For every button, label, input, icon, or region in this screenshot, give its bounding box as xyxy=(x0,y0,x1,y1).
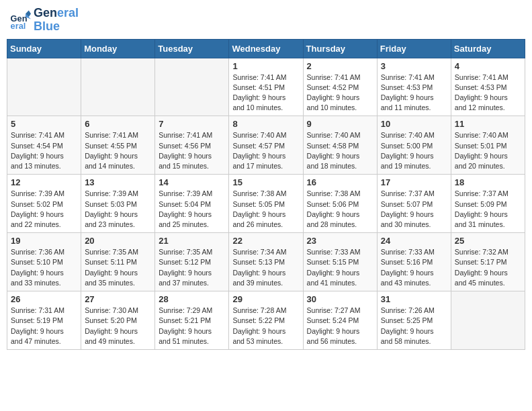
sunset: Sunset: 5:09 PM xyxy=(455,200,507,208)
day-number: 2 xyxy=(307,61,373,71)
sunrise: Sunrise: 7:39 AM xyxy=(85,189,138,197)
sunset: Sunset: 5:02 PM xyxy=(11,200,63,208)
sunset: Sunset: 5:04 PM xyxy=(159,200,211,208)
calendar-cell: 27 Sunrise: 7:30 AM Sunset: 5:20 PM Dayl… xyxy=(81,291,155,350)
sunset: Sunset: 5:20 PM xyxy=(85,316,137,324)
sunrise: Sunrise: 7:40 AM xyxy=(232,131,286,139)
calendar-cell xyxy=(155,58,229,116)
day-info: Sunrise: 7:33 AM Sunset: 5:15 PM Dayligh… xyxy=(307,247,373,288)
day-info: Sunrise: 7:38 AM Sunset: 5:05 PM Dayligh… xyxy=(232,189,299,230)
day-number: 18 xyxy=(455,177,521,187)
sunrise: Sunrise: 7:33 AM xyxy=(381,248,435,256)
day-number: 1 xyxy=(232,61,299,71)
calendar-week-row: 26 Sunrise: 7:31 AM Sunset: 5:19 PM Dayl… xyxy=(7,291,525,350)
day-number: 22 xyxy=(232,236,299,246)
calendar-cell: 9 Sunrise: 7:40 AM Sunset: 4:58 PM Dayli… xyxy=(303,116,377,175)
day-number: 21 xyxy=(159,236,225,246)
day-number: 27 xyxy=(85,294,151,304)
sunrise: Sunrise: 7:40 AM xyxy=(455,131,508,139)
calendar-cell: 18 Sunrise: 7:37 AM Sunset: 5:09 PM Dayl… xyxy=(451,175,525,233)
day-info: Sunrise: 7:31 AM Sunset: 5:19 PM Dayligh… xyxy=(11,306,77,347)
sunset: Sunset: 5:00 PM xyxy=(381,142,433,150)
sunrise: Sunrise: 7:29 AM xyxy=(159,306,212,314)
sunrise: Sunrise: 7:41 AM xyxy=(11,131,64,139)
logo: Gen eral GeneralBlue xyxy=(9,7,79,34)
day-info: Sunrise: 7:39 AM Sunset: 5:02 PM Dayligh… xyxy=(11,189,77,230)
daylight: Daylight: 9 hours and 37 minutes. xyxy=(159,269,212,287)
calendar-cell: 24 Sunrise: 7:33 AM Sunset: 5:16 PM Dayl… xyxy=(377,233,451,291)
calendar-cell: 15 Sunrise: 7:38 AM Sunset: 5:05 PM Dayl… xyxy=(229,175,303,233)
day-info: Sunrise: 7:36 AM Sunset: 5:10 PM Dayligh… xyxy=(11,247,77,288)
day-info: Sunrise: 7:41 AM Sunset: 4:53 PM Dayligh… xyxy=(455,73,521,113)
sunset: Sunset: 4:54 PM xyxy=(11,142,63,150)
day-info: Sunrise: 7:30 AM Sunset: 5:20 PM Dayligh… xyxy=(85,306,151,347)
daylight: Daylight: 9 hours and 56 minutes. xyxy=(307,327,360,345)
calendar-cell: 7 Sunrise: 7:41 AM Sunset: 4:56 PM Dayli… xyxy=(155,116,229,175)
sunrise: Sunrise: 7:36 AM xyxy=(11,248,64,256)
weekday-header-row: SundayMondayTuesdayWednesdayThursdayFrid… xyxy=(7,39,525,58)
calendar-cell: 12 Sunrise: 7:39 AM Sunset: 5:02 PM Dayl… xyxy=(7,175,81,233)
svg-text:eral: eral xyxy=(11,21,26,31)
day-number: 9 xyxy=(307,119,373,129)
daylight: Daylight: 9 hours and 15 minutes. xyxy=(159,152,212,170)
daylight: Daylight: 9 hours and 12 minutes. xyxy=(455,93,508,111)
daylight: Daylight: 9 hours and 39 minutes. xyxy=(232,269,285,287)
daylight: Daylight: 9 hours and 11 minutes. xyxy=(381,93,434,111)
daylight: Daylight: 9 hours and 19 minutes. xyxy=(381,152,434,170)
daylight: Daylight: 9 hours and 47 minutes. xyxy=(11,327,64,345)
calendar-cell: 1 Sunrise: 7:41 AM Sunset: 4:51 PM Dayli… xyxy=(229,58,303,116)
sunset: Sunset: 5:21 PM xyxy=(159,316,211,324)
daylight: Daylight: 9 hours and 58 minutes. xyxy=(381,327,434,345)
sunset: Sunset: 5:10 PM xyxy=(11,258,63,266)
day-number: 12 xyxy=(11,177,77,187)
daylight: Daylight: 9 hours and 17 minutes. xyxy=(232,152,285,170)
sunset: Sunset: 4:51 PM xyxy=(232,83,285,91)
weekday-header-friday: Friday xyxy=(377,39,451,58)
day-info: Sunrise: 7:26 AM Sunset: 5:25 PM Dayligh… xyxy=(381,306,447,347)
calendar-cell xyxy=(81,58,155,116)
sunrise: Sunrise: 7:28 AM xyxy=(232,306,286,314)
day-number: 15 xyxy=(232,177,299,187)
day-number: 29 xyxy=(232,294,299,304)
day-number: 4 xyxy=(455,61,521,71)
sunrise: Sunrise: 7:27 AM xyxy=(307,306,361,314)
calendar-week-row: 19 Sunrise: 7:36 AM Sunset: 5:10 PM Dayl… xyxy=(7,233,525,291)
weekday-header-sunday: Sunday xyxy=(7,39,81,58)
daylight: Daylight: 9 hours and 28 minutes. xyxy=(307,210,360,228)
day-number: 23 xyxy=(307,236,373,246)
day-info: Sunrise: 7:39 AM Sunset: 5:04 PM Dayligh… xyxy=(159,189,225,230)
day-info: Sunrise: 7:38 AM Sunset: 5:06 PM Dayligh… xyxy=(307,189,373,230)
day-number: 11 xyxy=(455,119,521,129)
day-info: Sunrise: 7:41 AM Sunset: 4:56 PM Dayligh… xyxy=(159,130,225,171)
calendar-cell: 31 Sunrise: 7:26 AM Sunset: 5:25 PM Dayl… xyxy=(377,291,451,350)
sunset: Sunset: 4:57 PM xyxy=(232,142,285,150)
calendar-cell: 8 Sunrise: 7:40 AM Sunset: 4:57 PM Dayli… xyxy=(229,116,303,175)
calendar-cell xyxy=(451,291,525,350)
calendar-cell: 28 Sunrise: 7:29 AM Sunset: 5:21 PM Dayl… xyxy=(155,291,229,350)
sunset: Sunset: 5:05 PM xyxy=(232,200,285,208)
sunrise: Sunrise: 7:37 AM xyxy=(381,189,435,197)
calendar-cell: 26 Sunrise: 7:31 AM Sunset: 5:19 PM Dayl… xyxy=(7,291,81,350)
daylight: Daylight: 9 hours and 41 minutes. xyxy=(307,269,360,287)
sunrise: Sunrise: 7:41 AM xyxy=(85,131,138,139)
day-info: Sunrise: 7:39 AM Sunset: 5:03 PM Dayligh… xyxy=(85,189,151,230)
calendar-cell: 17 Sunrise: 7:37 AM Sunset: 5:07 PM Dayl… xyxy=(377,175,451,233)
daylight: Daylight: 9 hours and 22 minutes. xyxy=(11,210,64,228)
page-header: Gen eral GeneralBlue xyxy=(7,7,525,34)
day-number: 10 xyxy=(381,119,447,129)
sunrise: Sunrise: 7:35 AM xyxy=(159,248,212,256)
calendar-cell: 2 Sunrise: 7:41 AM Sunset: 4:52 PM Dayli… xyxy=(303,58,377,116)
sunrise: Sunrise: 7:26 AM xyxy=(381,306,435,314)
sunrise: Sunrise: 7:39 AM xyxy=(11,189,64,197)
day-info: Sunrise: 7:34 AM Sunset: 5:13 PM Dayligh… xyxy=(232,247,299,288)
daylight: Daylight: 9 hours and 10 minutes. xyxy=(307,93,360,111)
daylight: Daylight: 9 hours and 26 minutes. xyxy=(232,210,285,228)
daylight: Daylight: 9 hours and 30 minutes. xyxy=(381,210,434,228)
daylight: Daylight: 9 hours and 51 minutes. xyxy=(159,327,212,345)
sunrise: Sunrise: 7:35 AM xyxy=(85,248,138,256)
calendar-cell: 29 Sunrise: 7:28 AM Sunset: 5:22 PM Dayl… xyxy=(229,291,303,350)
day-info: Sunrise: 7:28 AM Sunset: 5:22 PM Dayligh… xyxy=(232,306,299,347)
day-number: 26 xyxy=(11,294,77,304)
sunrise: Sunrise: 7:30 AM xyxy=(85,306,138,314)
sunset: Sunset: 5:25 PM xyxy=(381,316,433,324)
